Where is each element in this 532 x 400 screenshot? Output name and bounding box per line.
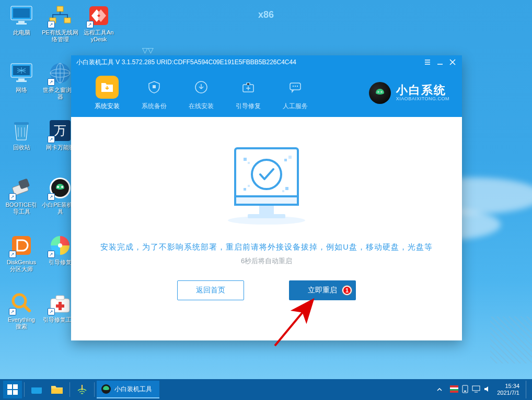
nav-ribbon: 系统安装 系统备份 在线安装 引导修复 人工服务 小白系统 xyxy=(71,69,462,117)
callout-badge: 1 xyxy=(342,286,352,295)
svg-rect-56 xyxy=(7,384,12,389)
desktop-icon-everything[interactable]: ↗ Everything搜索 xyxy=(5,290,38,330)
svg-rect-52 xyxy=(244,188,246,191)
xiaobai-icon xyxy=(101,384,111,394)
desktop-icon-recycle[interactable]: 回收站 xyxy=(5,118,38,151)
nav-system-backup[interactable]: 系统备份 xyxy=(131,76,178,111)
tray-network-icon[interactable] xyxy=(472,385,480,394)
svg-point-24 xyxy=(61,186,63,188)
window-title: 小白装机工具 V 3.1.572.285 URID:CDFF5A594C09E1… xyxy=(76,58,421,67)
tray-speaker-icon[interactable] xyxy=(483,385,491,394)
desktop-icon-network[interactable]: 网络 xyxy=(5,61,38,93)
nav-label: 人工服务 xyxy=(283,102,308,110)
svg-rect-13 xyxy=(57,6,63,11)
svg-point-23 xyxy=(57,186,59,188)
taskbar-clock[interactable]: 15:34 2021/7/1 xyxy=(494,383,523,396)
shortcut-overlay-icon: ↗ xyxy=(48,251,55,258)
svg-rect-57 xyxy=(13,384,18,389)
taskbar-explorer[interactable] xyxy=(47,381,67,398)
shortcut-overlay-icon: ↗ xyxy=(48,193,55,201)
monitor-icon xyxy=(10,5,33,26)
back-home-button[interactable]: 返回首页 xyxy=(177,280,244,300)
svg-rect-6 xyxy=(18,78,25,80)
svg-text:万: 万 xyxy=(54,123,66,137)
svg-rect-69 xyxy=(464,391,466,392)
taskbar-browser[interactable] xyxy=(27,381,47,398)
taskbar: 小白装机工具 15:34 2021/7/1 xyxy=(0,379,532,400)
close-button[interactable] xyxy=(446,57,459,67)
shortcut-overlay-icon: ↗ xyxy=(48,21,55,28)
svg-point-35 xyxy=(293,85,294,86)
shortcut-overlay-icon: ↗ xyxy=(86,21,94,28)
nav-label: 系统安装 xyxy=(95,102,120,110)
clock-date: 2021/7/1 xyxy=(497,390,519,396)
medkit-icon xyxy=(237,76,260,99)
desktop-icon-label: BOOTICE引导工具 xyxy=(5,202,38,215)
titlebar[interactable]: 小白装机工具 V 3.1.572.285 URID:CDFF5A594C09E1… xyxy=(71,55,462,69)
wifi-icon xyxy=(76,384,88,395)
nav-online-install[interactable]: 在线安装 xyxy=(178,76,225,111)
svg-rect-15 xyxy=(64,18,71,23)
nav-human-service[interactable]: 人工服务 xyxy=(272,76,319,111)
desktop: x86 ▽▽ 此电脑 网络 回收站 ↗ BOOTICE引导工具 ↗ DiskGe… xyxy=(0,0,532,400)
download-circle-icon xyxy=(190,76,213,99)
system-tray: 15:34 2021/7/1 xyxy=(432,381,529,398)
svg-rect-49 xyxy=(248,162,250,164)
windows-icon xyxy=(7,384,18,395)
shortcut-overlay-icon: ↗ xyxy=(9,251,16,258)
minimize-button[interactable] xyxy=(434,57,446,67)
nav-label: 在线安装 xyxy=(189,102,214,110)
svg-point-25 xyxy=(58,243,62,248)
brand: 小白系统 XIAOBAIXITONG.COM xyxy=(369,82,449,104)
desktop-icon-bootice[interactable]: ↗ BOOTICE引导工具 xyxy=(5,175,38,215)
desktop-icon-anydesk[interactable]: ↗ 远程工具AnyDesk xyxy=(83,3,115,43)
svg-point-41 xyxy=(381,91,381,92)
svg-rect-1 xyxy=(13,8,30,18)
desktop-icon-label: 此电脑 xyxy=(5,29,38,36)
arch-label: x86 xyxy=(258,9,274,20)
desktop-icon-label: 远程工具AnyDesk xyxy=(83,29,115,43)
svg-rect-58 xyxy=(7,390,12,395)
folder-icon xyxy=(51,384,63,395)
taskbar-app-xiaobai[interactable]: 小白装机工具 xyxy=(97,381,159,398)
nav-system-install[interactable]: 系统安装 xyxy=(84,76,131,111)
tray-chevron-up[interactable] xyxy=(432,381,447,398)
desktop-icon-diskgenius[interactable]: ↗ DiskGenius分区大师 xyxy=(5,233,38,273)
svg-rect-59 xyxy=(13,390,18,395)
svg-rect-8 xyxy=(14,122,29,125)
tray-flag-icon[interactable] xyxy=(450,385,458,394)
svg-rect-61 xyxy=(31,385,42,387)
shield-icon xyxy=(143,76,166,99)
success-illustration xyxy=(214,138,319,227)
folder-down-icon xyxy=(96,76,119,99)
shortcut-overlay-icon: ↗ xyxy=(48,78,55,86)
svg-rect-67 xyxy=(450,389,458,391)
svg-rect-63 xyxy=(82,385,83,390)
desktop-icon-pe-net[interactable]: ↗ PE有线无线网络管理 xyxy=(42,3,78,43)
svg-rect-46 xyxy=(235,196,298,205)
nav-boot-repair[interactable]: 引导修复 xyxy=(225,76,272,111)
taskbar-app-label: 小白装机工具 xyxy=(114,385,152,394)
show-desktop-button[interactable] xyxy=(526,381,529,398)
svg-rect-53 xyxy=(248,185,250,187)
chevron-down-icon: ▽▽ xyxy=(142,46,154,54)
taskbar-wifi[interactable] xyxy=(72,381,92,398)
desktop-icon-label: DiskGenius分区大师 xyxy=(5,259,38,273)
svg-rect-31 xyxy=(153,85,156,88)
svg-rect-66 xyxy=(450,387,458,389)
svg-rect-48 xyxy=(244,158,247,161)
shortcut-overlay-icon: ↗ xyxy=(48,136,55,143)
menu-button[interactable] xyxy=(421,57,434,67)
start-button[interactable] xyxy=(3,381,22,398)
svg-rect-27 xyxy=(56,296,64,300)
svg-rect-50 xyxy=(284,159,287,161)
svg-rect-29 xyxy=(56,304,64,308)
restart-now-button[interactable]: 立即重启 1 xyxy=(289,280,356,300)
svg-point-40 xyxy=(378,91,378,92)
desktop-icon-this-pc[interactable]: 此电脑 xyxy=(5,3,38,36)
tray-device-icon[interactable] xyxy=(461,385,469,394)
svg-rect-43 xyxy=(259,205,274,214)
svg-point-36 xyxy=(295,85,296,86)
decorative-pattern xyxy=(490,316,532,363)
svg-rect-62 xyxy=(51,389,63,394)
